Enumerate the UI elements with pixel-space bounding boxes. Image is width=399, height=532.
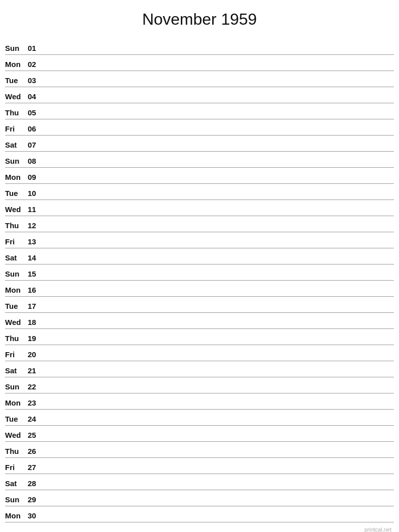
day-name: Wed [5, 318, 28, 326]
day-name: Mon [5, 398, 28, 407]
day-name: Thu [5, 447, 28, 455]
day-number: 14 [28, 253, 42, 262]
day-row: Sun01 [5, 39, 394, 55]
day-name: Tue [5, 415, 28, 423]
day-name: Sun [5, 44, 28, 52]
day-row: Thu05 [5, 103, 394, 119]
day-number: 25 [28, 431, 42, 439]
day-name: Sat [5, 479, 28, 488]
day-number: 05 [28, 108, 42, 117]
day-number: 02 [28, 60, 42, 69]
day-number: 17 [28, 302, 42, 310]
day-number: 19 [28, 334, 42, 343]
day-row: Sat21 [5, 361, 394, 377]
day-name: Sat [5, 366, 28, 375]
day-name: Sun [5, 270, 28, 278]
day-number: 29 [28, 495, 42, 504]
day-name: Sun [5, 382, 28, 391]
day-name: Wed [5, 205, 28, 214]
day-row: Mon02 [5, 55, 394, 71]
day-row: Tue10 [5, 184, 394, 200]
day-row: Thu12 [5, 216, 394, 232]
day-name: Mon [5, 286, 28, 294]
day-name: Fri [5, 237, 28, 246]
day-number: 16 [28, 286, 42, 294]
day-row: Fri27 [5, 458, 394, 474]
day-number: 18 [28, 318, 42, 326]
footer-label: printcal.net [364, 526, 391, 532]
day-number: 24 [28, 415, 42, 423]
day-number: 22 [28, 382, 42, 391]
day-row: Tue17 [5, 297, 394, 313]
day-row: Tue24 [5, 410, 394, 426]
day-row: Sat14 [5, 248, 394, 264]
day-name: Thu [5, 221, 28, 230]
calendar-rows: Sun01Mon02Tue03Wed04Thu05Fri06Sat07Sun08… [5, 39, 394, 522]
day-name: Thu [5, 334, 28, 343]
day-row: Fri06 [5, 119, 394, 136]
day-number: 01 [28, 44, 42, 52]
day-row: Thu26 [5, 442, 394, 458]
day-number: 11 [28, 205, 42, 214]
day-name: Fri [5, 350, 28, 359]
day-number: 07 [28, 141, 42, 149]
day-name: Mon [5, 173, 28, 181]
day-name: Wed [5, 431, 28, 439]
day-row: Wed18 [5, 313, 394, 329]
day-row: Sat07 [5, 136, 394, 152]
day-number: 08 [28, 157, 42, 165]
day-number: 10 [28, 189, 42, 197]
day-number: 12 [28, 221, 42, 230]
day-name: Tue [5, 189, 28, 197]
day-row: Fri13 [5, 232, 394, 248]
page-title: November 1959 [5, 10, 394, 29]
day-name: Tue [5, 302, 28, 310]
day-row: Sun22 [5, 377, 394, 393]
page: November 1959 Sun01Mon02Tue03Wed04Thu05F… [0, 0, 399, 532]
day-number: 27 [28, 463, 42, 472]
day-name: Mon [5, 60, 28, 69]
day-row: Sat28 [5, 474, 394, 490]
day-row: Sun08 [5, 152, 394, 168]
day-name: Sat [5, 141, 28, 149]
day-number: 28 [28, 479, 42, 488]
day-row: Mon09 [5, 168, 394, 184]
day-row: Tue03 [5, 71, 394, 87]
day-row: Fri20 [5, 345, 394, 361]
day-name: Mon [5, 511, 28, 520]
day-name: Fri [5, 463, 28, 472]
day-row: Mon23 [5, 393, 394, 410]
day-name: Sun [5, 495, 28, 504]
day-row: Thu19 [5, 329, 394, 345]
day-name: Sun [5, 157, 28, 165]
day-number: 23 [28, 398, 42, 407]
day-number: 30 [28, 511, 42, 520]
day-number: 26 [28, 447, 42, 455]
day-row: Mon16 [5, 281, 394, 297]
day-number: 03 [28, 76, 42, 85]
day-row: Mon30 [5, 506, 394, 522]
day-name: Sat [5, 253, 28, 262]
day-number: 21 [28, 366, 42, 375]
day-row: Wed25 [5, 426, 394, 442]
day-number: 09 [28, 173, 42, 181]
day-name: Fri [5, 124, 28, 133]
day-name: Wed [5, 92, 28, 101]
day-name: Tue [5, 76, 28, 85]
day-number: 15 [28, 270, 42, 278]
day-number: 04 [28, 92, 42, 101]
day-number: 20 [28, 350, 42, 359]
day-row: Wed04 [5, 87, 394, 103]
day-row: Wed11 [5, 200, 394, 216]
day-row: Sun15 [5, 264, 394, 281]
day-row: Sun29 [5, 490, 394, 506]
day-name: Thu [5, 108, 28, 117]
day-number: 13 [28, 237, 42, 246]
day-number: 06 [28, 124, 42, 133]
